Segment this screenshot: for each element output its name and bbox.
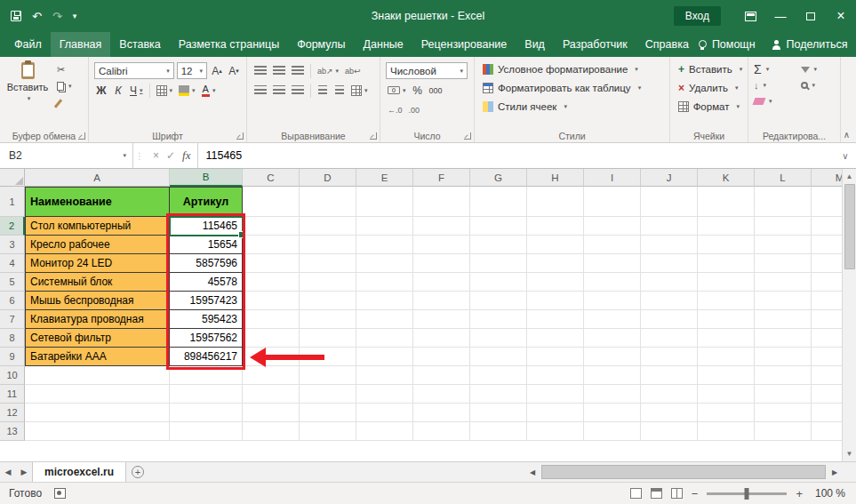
cell-E9[interactable] (356, 348, 413, 366)
new-sheet-button[interactable]: + (126, 462, 149, 482)
cell-I6[interactable] (584, 292, 641, 310)
save-icon[interactable] (11, 11, 21, 21)
normal-view-icon[interactable] (630, 488, 642, 499)
sign-in-button[interactable]: Вход (674, 6, 721, 26)
cell-E12[interactable] (356, 404, 413, 422)
cell-G13[interactable] (470, 422, 527, 441)
orientation-button[interactable]: ab↗▾ (316, 62, 340, 79)
cell-H9[interactable] (527, 348, 584, 366)
merge-center-button[interactable]: ▾ (349, 82, 370, 99)
column-header-B[interactable]: B (170, 169, 243, 187)
ribbon-display-options-icon[interactable] (735, 0, 765, 32)
cell-L6[interactable] (755, 292, 812, 310)
delete-cells-button[interactable]: × Удалить ▾ (676, 78, 742, 97)
row-header-10[interactable]: 10 (0, 366, 25, 385)
cell-L13[interactable] (755, 422, 812, 441)
cell-F1[interactable] (413, 187, 470, 217)
cell-E13[interactable] (356, 422, 413, 441)
cell-I11[interactable] (584, 385, 641, 404)
cell-H4[interactable] (527, 254, 584, 273)
select-all-button[interactable] (0, 169, 25, 187)
cell-J1[interactable] (641, 187, 698, 217)
cell-I12[interactable] (584, 404, 641, 422)
number-dialog-launcher-icon[interactable] (464, 132, 471, 140)
cell-I7[interactable] (584, 310, 641, 329)
accounting-format-button[interactable]: ▾ (386, 82, 408, 99)
cell-J4[interactable] (641, 254, 698, 273)
cell-C1[interactable] (243, 187, 300, 217)
cell-G1[interactable] (470, 187, 527, 217)
cell-I3[interactable] (584, 236, 641, 254)
cell-F9[interactable] (413, 348, 470, 366)
qat-customize-icon[interactable]: ▾ (73, 12, 77, 20)
cell-E6[interactable] (356, 292, 413, 310)
share-button[interactable]: Поделиться (772, 38, 848, 51)
cell-H8[interactable] (527, 329, 584, 348)
cell-H2[interactable] (527, 217, 584, 236)
cell-styles-button[interactable]: Стили ячеек ▾ (480, 97, 664, 116)
insert-function-button[interactable]: fx (182, 148, 190, 163)
cell-A5[interactable]: Системный блок (25, 273, 170, 292)
cell-J5[interactable] (641, 273, 698, 292)
cell-I4[interactable] (584, 254, 641, 273)
cell-L1[interactable] (755, 187, 812, 217)
font-size-select[interactable]: 12▾ (177, 62, 207, 79)
column-header-I[interactable]: I (584, 169, 641, 187)
zoom-slider-thumb[interactable] (745, 488, 749, 500)
zoom-slider[interactable] (707, 492, 787, 495)
cell-B9[interactable]: 898456217 (170, 348, 243, 366)
comma-style-button[interactable]: 000 (428, 82, 444, 99)
cell-L7[interactable] (755, 310, 812, 329)
cell-B4[interactable]: 5857596 (170, 254, 243, 273)
increase-indent-button[interactable] (332, 82, 347, 99)
fill-button[interactable]: ↓▾ (754, 79, 790, 92)
format-as-table-button[interactable]: Форматировать как таблицу ▾ (480, 78, 664, 97)
align-center-button[interactable] (271, 82, 287, 99)
cell-B6[interactable]: 15957423 (170, 292, 243, 310)
cell-D3[interactable] (300, 236, 356, 254)
row-header-8[interactable]: 8 (0, 329, 25, 348)
page-break-view-icon[interactable] (671, 488, 683, 499)
cell-D13[interactable] (300, 422, 356, 441)
cell-J3[interactable] (641, 236, 698, 254)
cell-C4[interactable] (243, 254, 300, 273)
cell-L10[interactable] (755, 366, 812, 385)
cell-H12[interactable] (527, 404, 584, 422)
vertical-scroll-thumb[interactable] (844, 184, 855, 269)
decrease-decimal-button[interactable]: .00 (407, 101, 422, 118)
cell-H13[interactable] (527, 422, 584, 441)
cell-J10[interactable] (641, 366, 698, 385)
cell-A3[interactable]: Кресло рабочее (25, 236, 170, 254)
cell-L3[interactable] (755, 236, 812, 254)
insert-cells-button[interactable]: + Вставить ▾ (676, 60, 742, 78)
font-color-button[interactable]: А▾ (200, 82, 218, 99)
cell-E3[interactable] (356, 236, 413, 254)
cell-B1[interactable]: Артикул (170, 187, 243, 217)
cell-J8[interactable] (641, 329, 698, 348)
scroll-up-icon[interactable]: ▲ (843, 169, 856, 184)
cell-E1[interactable] (356, 187, 413, 217)
column-header-E[interactable]: E (356, 169, 413, 187)
cell-I9[interactable] (584, 348, 641, 366)
cell-A4[interactable]: Монитор 24 LED (25, 254, 170, 273)
collapse-ribbon-icon[interactable]: ∧ (844, 130, 850, 140)
cell-L11[interactable] (755, 385, 812, 404)
cell-E10[interactable] (356, 366, 413, 385)
bold-button[interactable]: Ж (94, 82, 108, 99)
ribbon-tab-9[interactable]: Справка (636, 32, 698, 57)
percent-style-button[interactable]: % (411, 82, 425, 99)
cell-B8[interactable]: 15957562 (170, 329, 243, 348)
row-header-3[interactable]: 3 (0, 236, 25, 254)
align-right-button[interactable] (290, 82, 306, 99)
format-painter-button[interactable] (57, 97, 72, 109)
cell-A7[interactable]: Клавиатура проводная (25, 310, 170, 329)
scroll-right-icon[interactable]: ▶ (828, 462, 842, 482)
cell-K8[interactable] (698, 329, 755, 348)
cell-C13[interactable] (243, 422, 300, 441)
borders-button[interactable]: ▾ (155, 82, 175, 99)
sheet-nav-left-icon[interactable]: ◀ (0, 462, 16, 482)
row-header-1[interactable]: 1 (0, 187, 25, 217)
name-box-dropdown-icon[interactable]: ▾ (123, 152, 126, 159)
cell-C11[interactable] (243, 385, 300, 404)
cell-C10[interactable] (243, 366, 300, 385)
